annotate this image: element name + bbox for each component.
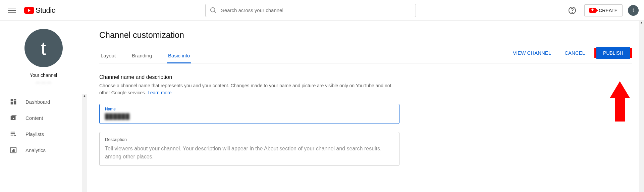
- create-label: CREATE: [599, 8, 618, 13]
- search-box[interactable]: [205, 4, 416, 17]
- sidebar-item-label: Dashboard: [25, 99, 50, 105]
- top-actions: CREATE t: [566, 4, 639, 17]
- svg-rect-9: [14, 101, 16, 104]
- annotation-arrow: [610, 81, 630, 122]
- svg-point-3: [211, 7, 215, 12]
- svg-rect-14: [11, 132, 15, 133]
- youtube-play-icon: [24, 7, 34, 14]
- tabs: Layout Branding Basic info: [99, 48, 191, 63]
- section-title: Channel name and description: [99, 74, 401, 80]
- search-input[interactable]: [221, 7, 412, 13]
- page-scrollbar[interactable]: ▲: [639, 21, 644, 192]
- sidebar-item-playlists[interactable]: Playlists: [0, 126, 87, 142]
- sidebar-nav: Dashboard Content Playlists Analytics: [0, 91, 87, 158]
- publish-button[interactable]: PUBLISH: [596, 47, 630, 59]
- sidebar-item-label: Playlists: [25, 131, 44, 137]
- top-bar: Studio CREATE t: [0, 0, 644, 21]
- channel-avatar-letter: t: [41, 37, 46, 59]
- search-container: [55, 4, 566, 17]
- tab-basic-info[interactable]: Basic info: [167, 48, 191, 63]
- sidebar-item-content[interactable]: Content: [0, 110, 87, 126]
- svg-rect-2: [8, 12, 16, 13]
- sidebar-scrollbar[interactable]: ▲: [82, 94, 87, 192]
- tab-branding[interactable]: Branding: [130, 48, 153, 63]
- tab-header: Layout Branding Basic info VIEW CHANNEL …: [99, 48, 632, 63]
- svg-marker-17: [14, 135, 16, 137]
- svg-rect-20: [13, 149, 14, 152]
- channel-name: — — —: [36, 80, 51, 85]
- search-icon: [210, 7, 217, 14]
- your-channel-label: Your channel: [30, 73, 57, 78]
- header-actions: VIEW CHANNEL CANCEL PUBLISH: [509, 47, 632, 59]
- create-camera-icon: [589, 8, 596, 13]
- body: t Your channel — — — Dashboard Content: [0, 21, 644, 192]
- playlists-icon: [9, 130, 17, 138]
- svg-rect-15: [11, 133, 15, 134]
- analytics-icon: [9, 146, 17, 154]
- avatar-letter: t: [633, 7, 634, 13]
- svg-rect-8: [14, 99, 16, 101]
- svg-rect-19: [12, 150, 12, 152]
- svg-rect-1: [8, 10, 16, 11]
- create-button[interactable]: CREATE: [584, 4, 623, 16]
- description-field-label: Description: [105, 137, 394, 142]
- svg-rect-7: [11, 99, 13, 101]
- account-avatar[interactable]: t: [628, 5, 639, 16]
- sidebar-item-label: Analytics: [25, 147, 46, 153]
- sidebar-item-label: Content: [25, 115, 43, 121]
- arrow-up-icon: [610, 81, 630, 98]
- svg-line-4: [214, 11, 216, 13]
- menu-icon[interactable]: [5, 4, 19, 17]
- scroll-up-icon: ▲: [83, 94, 86, 98]
- tab-layout[interactable]: Layout: [99, 48, 117, 63]
- description-field[interactable]: Description Tell viewers about your chan…: [99, 132, 399, 166]
- name-description-section: Channel name and description Choose a ch…: [99, 74, 401, 166]
- page-title: Channel customization: [99, 30, 632, 40]
- sidebar-item-dashboard[interactable]: Dashboard: [0, 94, 87, 110]
- main-content: Channel customization Layout Branding Ba…: [87, 21, 644, 192]
- svg-rect-13: [12, 115, 17, 116]
- dashboard-icon: [9, 98, 17, 106]
- name-field[interactable]: Name ██████: [99, 104, 399, 124]
- name-field-label: Name: [105, 107, 394, 111]
- sidebar: t Your channel — — — Dashboard Content: [0, 21, 87, 192]
- publish-highlight: PUBLISH: [594, 48, 632, 58]
- scroll-up-icon: ▲: [639, 21, 644, 24]
- help-icon[interactable]: [566, 4, 579, 17]
- svg-rect-16: [11, 135, 13, 136]
- name-field-value[interactable]: ██████: [105, 113, 394, 119]
- cancel-button[interactable]: CANCEL: [560, 47, 589, 59]
- svg-rect-0: [8, 8, 16, 8]
- sidebar-header: t Your channel — — —: [0, 21, 87, 91]
- channel-avatar[interactable]: t: [24, 29, 63, 67]
- section-description: Choose a channel name that represents yo…: [99, 82, 401, 96]
- description-placeholder: Tell viewers about your channel. Your de…: [105, 145, 394, 161]
- content-icon: [9, 114, 17, 122]
- svg-rect-21: [14, 149, 15, 152]
- youtube-studio-logo[interactable]: Studio: [24, 6, 55, 15]
- view-channel-button[interactable]: VIEW CHANNEL: [509, 47, 555, 59]
- logo-text: Studio: [36, 6, 55, 15]
- sidebar-item-analytics[interactable]: Analytics: [0, 142, 87, 158]
- svg-point-6: [572, 12, 573, 13]
- svg-rect-10: [11, 102, 13, 104]
- learn-more-link[interactable]: Learn more: [148, 90, 172, 95]
